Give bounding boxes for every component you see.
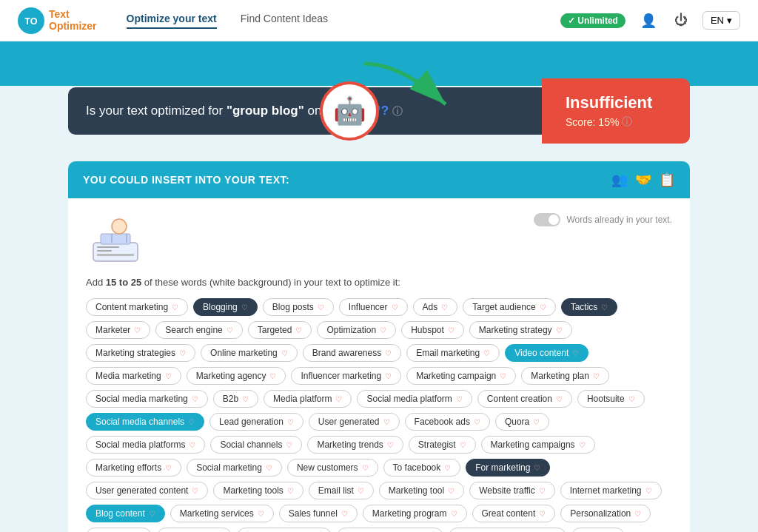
- language-selector[interactable]: EN ▾: [702, 11, 740, 30]
- tag-item[interactable]: Personalization ♡: [560, 505, 651, 522]
- tag-item[interactable]: Hootsuite ♡: [577, 390, 645, 408]
- tag-item[interactable]: Email marketing ♡: [406, 344, 500, 362]
- tag-item[interactable]: Marketing channels ♡: [337, 528, 443, 532]
- svg-rect-3: [93, 243, 138, 261]
- tag-item[interactable]: Marketing tool ♡: [379, 482, 464, 499]
- tag-heart-icon: ♡: [456, 395, 463, 403]
- tag-heart-icon: ♡: [134, 326, 141, 334]
- tag-item[interactable]: Marketer ♡: [86, 321, 150, 339]
- tag-item[interactable]: Media marketing ♡: [86, 367, 181, 385]
- tag-item[interactable]: User generated ♡: [309, 413, 400, 431]
- tag-item[interactable]: Drive traffic ♡: [157, 528, 231, 532]
- words-panel: Words already in your text. Add 15 to 25…: [68, 198, 690, 532]
- tag-item[interactable]: Search engine ♡: [155, 321, 242, 339]
- tag-item[interactable]: Content marketing ♡: [86, 298, 188, 316]
- tag-item[interactable]: For marketing ♡: [466, 459, 550, 477]
- words-toggle[interactable]: [534, 213, 560, 226]
- tag-item[interactable]: Quora ♡: [495, 413, 549, 431]
- share-icon[interactable]: 🤝: [635, 172, 651, 188]
- user-icon-button[interactable]: 👤: [637, 10, 660, 32]
- tag-item[interactable]: Marketing campaign ♡: [406, 367, 516, 385]
- tag-heart-icon: ♡: [500, 372, 506, 380]
- tag-item[interactable]: User generated content ♡: [86, 482, 208, 499]
- tag-item[interactable]: Content creation ♡: [477, 390, 572, 408]
- tag-item[interactable]: Video content ♡: [505, 344, 588, 362]
- tag-item[interactable]: Marketing campaigns ♡: [481, 436, 595, 454]
- panel-top: Words already in your text.: [86, 213, 672, 265]
- tag-item[interactable]: Blog content ♡: [86, 505, 165, 522]
- tag-item[interactable]: Marketing trends ♡: [307, 436, 403, 454]
- tag-item[interactable]: Marketing services ♡: [170, 505, 274, 522]
- tag-item[interactable]: Blog posts ♡: [263, 298, 334, 316]
- tag-item[interactable]: Blogging ♡: [193, 298, 258, 316]
- nav-content-ideas[interactable]: Find Content Ideas: [241, 13, 328, 29]
- tag-heart-icon: ♡: [593, 372, 600, 380]
- tag-item[interactable]: New customers ♡: [287, 459, 378, 477]
- tag-item[interactable]: Online marketing ♡: [201, 344, 298, 362]
- tag-item[interactable]: Social media analytics ♡: [449, 528, 566, 532]
- tag-item[interactable]: Influencer ♡: [339, 298, 408, 316]
- tag-heart-icon: ♡: [179, 349, 186, 357]
- tag-item[interactable]: Social media channels ♡: [86, 413, 204, 431]
- tag-heart-icon: ♡: [628, 395, 635, 403]
- svg-text:TO: TO: [24, 16, 37, 27]
- tag-item[interactable]: Facebook ads ♡: [405, 413, 490, 431]
- power-icon-button[interactable]: ⏻: [671, 10, 691, 31]
- tag-item[interactable]: Social channels ♡: [210, 436, 302, 454]
- tag-heart-icon: ♡: [383, 418, 390, 426]
- nav-optimize[interactable]: Optimize your text: [127, 13, 217, 29]
- tag-item[interactable]: Targeted ♡: [248, 321, 312, 339]
- svg-point-5: [112, 219, 127, 234]
- layers-icon[interactable]: 📋: [659, 172, 675, 188]
- tag-item[interactable]: Optimization ♡: [317, 321, 396, 339]
- tag-heart-icon: ♡: [539, 510, 546, 518]
- score-right: Insufficient Score: 15% ⓘ: [542, 78, 690, 144]
- tag-item[interactable]: Great content ♡: [472, 505, 556, 522]
- tag-heart-icon: ♡: [172, 303, 178, 312]
- tag-item[interactable]: Tactics ♡: [561, 298, 618, 316]
- tag-heart-icon: ♡: [392, 303, 398, 312]
- tag-heart-icon: ♡: [165, 464, 172, 472]
- tag-item[interactable]: Marketing program ♡: [363, 505, 467, 522]
- tag-item[interactable]: Lead generation ♡: [209, 413, 303, 431]
- tag-item[interactable]: Social media marketing ♡: [86, 390, 208, 408]
- tag-item[interactable]: Brand awareness ♡: [303, 344, 401, 362]
- tag-item[interactable]: Marketing efforts ♡: [86, 459, 181, 477]
- tag-item[interactable]: Target audience ♡: [463, 298, 555, 316]
- tag-item[interactable]: Media platform ♡: [264, 390, 352, 408]
- tag-item[interactable]: Marketing strategy ♡: [469, 321, 572, 339]
- tag-item[interactable]: Marketing agency ♡: [187, 367, 286, 385]
- help-icon[interactable]: ⓘ: [392, 105, 403, 117]
- tag-item[interactable]: To facebook ♡: [383, 459, 461, 477]
- toggle-area: Words already in your text.: [534, 213, 672, 226]
- tag-heart-icon: ♡: [444, 464, 451, 472]
- tag-item[interactable]: Marketing tools ♡: [213, 482, 303, 499]
- svg-rect-4: [101, 234, 130, 244]
- tag-item[interactable]: Hubspot ♡: [401, 321, 464, 339]
- tag-heart-icon: ♡: [287, 418, 294, 426]
- tag-item[interactable]: Internet marketing ♡: [560, 482, 662, 499]
- main-container: Is your text optimized for "group blog" …: [53, 78, 705, 532]
- tag-item[interactable]: Content strategy ♡: [237, 528, 332, 532]
- tag-item[interactable]: Sales funnel ♡: [279, 505, 358, 522]
- tag-item[interactable]: Strategist ♡: [409, 436, 476, 454]
- tag-item[interactable]: Marketing strategies ♡: [86, 344, 195, 362]
- tag-item[interactable]: Email list ♡: [309, 482, 374, 499]
- tag-item[interactable]: B2b ♡: [213, 390, 258, 408]
- logo: TO Text Optimizer: [18, 7, 97, 34]
- header: TO Text Optimizer Optimize your text Fin…: [0, 0, 758, 41]
- tag-item[interactable]: Marketing plan ♡: [521, 367, 609, 385]
- tag-item[interactable]: Brand ♡: [571, 528, 625, 532]
- tag-item[interactable]: Website traffic ♡: [469, 482, 555, 499]
- tag-heart-icon: ♡: [165, 372, 172, 380]
- group-icon[interactable]: 👥: [611, 172, 628, 188]
- tag-item[interactable]: Social marketing ♡: [187, 459, 282, 477]
- tag-item[interactable]: Social media platform ♡: [357, 390, 472, 408]
- tag-item[interactable]: Influencer marketing ♡: [291, 367, 401, 385]
- tag-item[interactable]: Ads ♡: [413, 298, 458, 316]
- tag-item[interactable]: Social media platforms ♡: [86, 436, 205, 454]
- score-help-icon[interactable]: ⓘ: [622, 115, 632, 129]
- tag-heart-icon: ♡: [266, 464, 272, 472]
- tag-heart-icon: ♡: [645, 487, 652, 495]
- tag-item[interactable]: Active on ♡: [86, 528, 152, 532]
